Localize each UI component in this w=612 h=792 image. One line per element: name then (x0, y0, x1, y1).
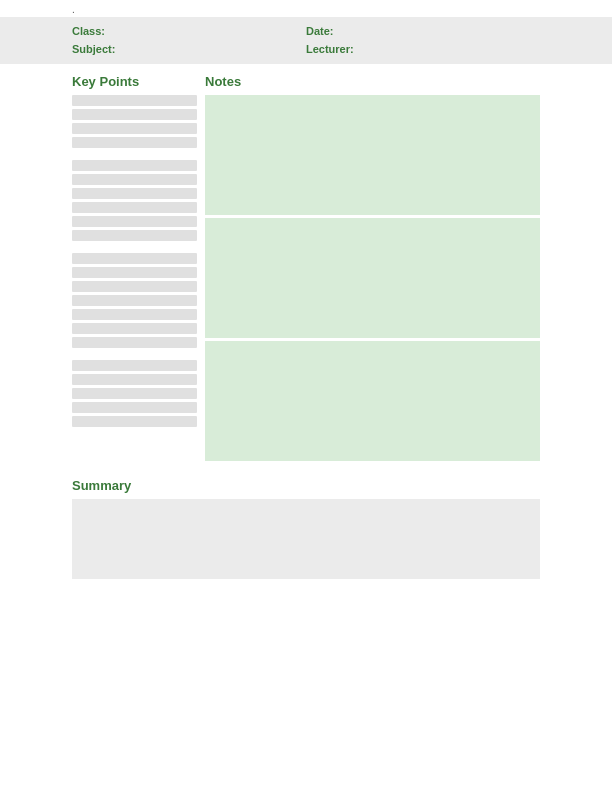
kp-spacer (72, 351, 197, 357)
key-points-column: Key Points (72, 74, 197, 464)
kp-line[interactable] (72, 174, 197, 185)
top-dot: . (0, 0, 612, 17)
notes-section-2[interactable] (205, 218, 540, 338)
class-label: Class: (72, 23, 306, 41)
kp-line[interactable] (72, 230, 197, 241)
kp-line[interactable] (72, 137, 197, 148)
kp-line[interactable] (72, 188, 197, 199)
kp-line[interactable] (72, 337, 197, 348)
kp-line[interactable] (72, 323, 197, 334)
header-right: Date: Lecturer: (306, 23, 540, 58)
kp-line[interactable] (72, 295, 197, 306)
kp-line[interactable] (72, 202, 197, 213)
kp-line[interactable] (72, 109, 197, 120)
notes-heading: Notes (205, 74, 540, 89)
notes-section-3[interactable] (205, 341, 540, 461)
kp-line[interactable] (72, 160, 197, 171)
page: . Class: Subject: Date: Lecturer: Key Po… (0, 0, 612, 792)
kp-line[interactable] (72, 267, 197, 278)
summary-area: Summary (0, 478, 612, 579)
kp-line[interactable] (72, 95, 197, 106)
kp-spacer (72, 244, 197, 250)
kp-line[interactable] (72, 388, 197, 399)
kp-line[interactable] (72, 402, 197, 413)
kp-line[interactable] (72, 416, 197, 427)
subject-label: Subject: (72, 41, 306, 59)
kp-line[interactable] (72, 281, 197, 292)
main-area: Key Points (0, 74, 612, 464)
kp-line[interactable] (72, 374, 197, 385)
kp-spacer (72, 151, 197, 157)
kp-line[interactable] (72, 360, 197, 371)
notes-column: Notes (205, 74, 540, 464)
lecturer-label: Lecturer: (306, 41, 540, 59)
kp-line[interactable] (72, 123, 197, 134)
kp-line[interactable] (72, 216, 197, 227)
summary-heading: Summary (72, 478, 540, 493)
notes-section-1[interactable] (205, 95, 540, 215)
key-points-heading: Key Points (72, 74, 197, 89)
summary-box[interactable] (72, 499, 540, 579)
header: Class: Subject: Date: Lecturer: (0, 17, 612, 64)
kp-line[interactable] (72, 309, 197, 320)
key-points-lines (72, 95, 197, 427)
kp-line[interactable] (72, 253, 197, 264)
header-left: Class: Subject: (72, 23, 306, 58)
date-label: Date: (306, 23, 540, 41)
